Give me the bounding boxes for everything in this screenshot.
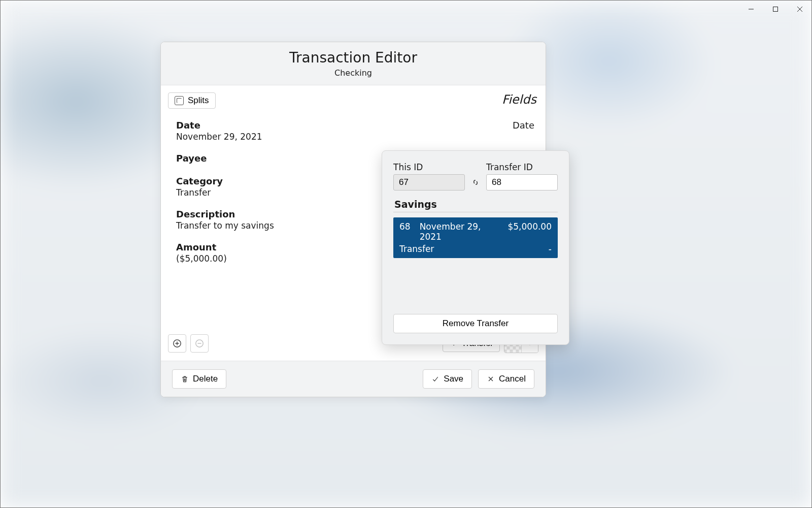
svg-rect-1 (773, 7, 778, 12)
dialog-title: Transaction Editor (161, 49, 546, 66)
dialog-header: Transaction Editor Checking (161, 42, 546, 85)
field-label: Date (176, 120, 262, 131)
linked-txn-id: 68 (399, 221, 411, 242)
field-value: Transfer to my savings (176, 220, 274, 231)
field-label: Payee (176, 153, 207, 164)
dialog-subtitle: Checking (161, 68, 546, 78)
field-row-date[interactable]: Date November 29, 2021 Date (168, 118, 538, 151)
cancel-button[interactable]: Cancel (478, 369, 534, 389)
delete-label: Delete (193, 374, 218, 384)
linked-txn-date: November 29, 2021 (420, 221, 499, 242)
splits-button[interactable]: Splits (168, 92, 216, 109)
save-label: Save (444, 374, 463, 384)
window-maximize-button[interactable] (763, 1, 788, 17)
this-id-label: This ID (393, 162, 465, 172)
remove-transfer-label: Remove Transfer (443, 319, 509, 328)
field-value: ($5,000.00) (176, 253, 227, 264)
this-id-input (393, 174, 465, 190)
window-close-button[interactable] (788, 1, 812, 17)
x-icon (487, 375, 495, 383)
fields-header: Fields (502, 92, 536, 107)
field-type: Date (513, 120, 536, 142)
field-value: November 29, 2021 (176, 132, 262, 142)
linked-account-name: Savings (394, 199, 557, 210)
plus-circle-icon (173, 339, 182, 348)
linked-txn-note: - (549, 244, 552, 254)
minimize-icon (748, 6, 754, 12)
linked-txn-category: Transfer (399, 244, 434, 254)
transfer-id-label: Transfer ID (486, 162, 558, 172)
splits-icon (175, 96, 184, 105)
dialog-footer: Delete Save Cancel (161, 361, 546, 397)
close-icon (797, 6, 803, 12)
window-minimize-button[interactable] (739, 1, 763, 17)
add-field-button[interactable] (168, 334, 186, 353)
remove-transfer-button[interactable]: Remove Transfer (393, 314, 558, 333)
field-label: Description (176, 209, 274, 219)
window-controls (739, 1, 812, 17)
remove-field-button[interactable] (190, 334, 209, 353)
minus-circle-icon (195, 339, 204, 348)
trash-icon (181, 375, 189, 383)
delete-button[interactable]: Delete (172, 369, 226, 389)
field-label: Category (176, 176, 223, 186)
transfer-id-input[interactable] (486, 174, 558, 190)
link-icon (470, 174, 481, 190)
id-row: This ID Transfer ID (393, 162, 558, 190)
popover-divider (393, 212, 558, 212)
linked-txn-amount: $5,000.00 (507, 221, 552, 242)
check-icon (431, 375, 439, 383)
linked-transaction-row[interactable]: 68 November 29, 2021 $5,000.00 Transfer … (393, 217, 558, 258)
field-value: Transfer (176, 187, 223, 198)
save-button[interactable]: Save (423, 369, 472, 389)
splits-label: Splits (188, 96, 209, 106)
maximize-icon (772, 6, 779, 12)
field-label: Amount (176, 242, 227, 252)
cancel-label: Cancel (499, 374, 526, 384)
transfer-popover: This ID Transfer ID Savings 68 November … (382, 150, 569, 345)
